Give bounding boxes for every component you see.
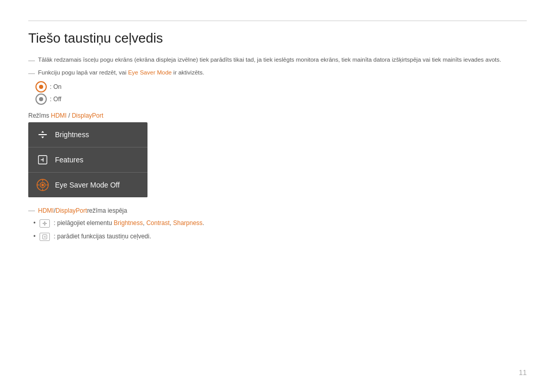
eye-on-symbol: [35, 81, 47, 92]
bullet1-h1: Brightness: [114, 219, 143, 227]
note2-content: Funkciju pogu lapā var redzēt, vai Eye S…: [38, 68, 204, 77]
menu-item-eye-saver: Eye Saver Mode Off: [28, 173, 147, 197]
svg-point-6: [42, 184, 44, 186]
page-title: Tiešo taustiņu ceļvedis: [28, 30, 527, 46]
eye-off-symbol: [35, 94, 47, 105]
svg-marker-12: [44, 221, 46, 223]
page-container: Tiešo taustiņu ceļvedis — Tālāk redzamai…: [0, 0, 555, 392]
off-indicator: : Off: [35, 94, 527, 105]
bullet1-c1: ,: [143, 219, 146, 227]
svg-marker-13: [44, 224, 46, 226]
note2: — Funkciju pogu lapā var redzēt, vai Eye…: [28, 68, 527, 79]
menu-item-brightness: Brightness: [28, 122, 147, 147]
eye-saver-menu-icon: [35, 178, 50, 192]
bullet-list: • : pielāgojiet elementu Brightness, Con…: [33, 218, 527, 241]
bullet1-h3: Sharpness: [173, 219, 202, 227]
note2-highlight: Eye Saver Mode: [128, 69, 172, 76]
bullet-item-1: • : pielāgojiet elementu Brightness, Con…: [33, 218, 527, 228]
bullet2-icon: [40, 233, 50, 241]
note1-text: Tālāk redzamais īsceļu pogu ekrāns (ekrā…: [38, 55, 501, 64]
eye-saver-label: Eye Saver Mode Off: [55, 181, 120, 189]
features-label: Features: [55, 156, 83, 164]
sub-hdmi: HDMI: [38, 207, 54, 214]
bullet1-suffix: .: [202, 219, 204, 227]
note2-dash: —: [28, 68, 35, 79]
bullet1-prefix: : pielāgojiet elementu: [54, 219, 114, 227]
eye-off-icon: [35, 94, 47, 105]
note2-suffix: ir aktivizēts.: [172, 69, 204, 76]
svg-rect-11: [43, 223, 47, 223]
on-label: : On: [50, 83, 62, 90]
svg-marker-1: [41, 131, 44, 133]
sub-displayport: DisplayPort: [55, 207, 87, 214]
off-label: : Off: [50, 96, 61, 103]
features-menu-icon: [35, 153, 50, 167]
mode-label: Režīms HDMI / DisplayPort: [28, 112, 527, 119]
eye-on-icon: [35, 81, 47, 92]
menu-item-features: Features: [28, 147, 147, 172]
bullet1-content: : pielāgojiet elementu Brightness, Contr…: [40, 218, 204, 228]
sub-section-label: — HDMI / DisplayPort režīma iespēja: [28, 207, 527, 214]
bullet1-h2: Contrast: [146, 219, 170, 227]
bullet1-c2: ,: [170, 219, 173, 227]
bullet1-dot: •: [33, 218, 35, 228]
mode-displayport: DisplayPort: [72, 112, 103, 119]
brightness-label: Brightness: [55, 130, 89, 139]
bullet2-content: : parādiet funkcijas taustiņu ceļvedi.: [40, 232, 151, 241]
bullet2-dot: •: [33, 232, 35, 241]
bullet-item-2: • : parādiet funkcijas taustiņu ceļvedi.: [33, 232, 527, 241]
svg-marker-2: [41, 137, 44, 139]
svg-rect-0: [39, 134, 47, 135]
sub-suffix: režīma iespēja: [87, 207, 127, 214]
on-indicator: : On: [35, 81, 527, 92]
mode-prefix: Režīms: [28, 112, 51, 119]
bullet2-text: : parādiet funkcijas taustiņu ceļvedi.: [54, 233, 151, 240]
top-rule: [28, 21, 527, 21]
note2-prefix: Funkciju pogu lapā var redzēt, vai: [38, 69, 128, 76]
mode-hdmi: HDMI: [51, 112, 67, 119]
menu-box: Brightness Features: [28, 122, 147, 197]
note1: — Tālāk redzamais īsceļu pogu ekrāns (ek…: [28, 55, 527, 66]
note1-dash: —: [28, 55, 35, 66]
page-number: 11: [519, 368, 527, 377]
sub-dash: —: [28, 207, 35, 214]
bullet1-icon: [40, 219, 50, 228]
brightness-menu-icon: [35, 127, 50, 142]
mode-slash: /: [67, 112, 72, 119]
